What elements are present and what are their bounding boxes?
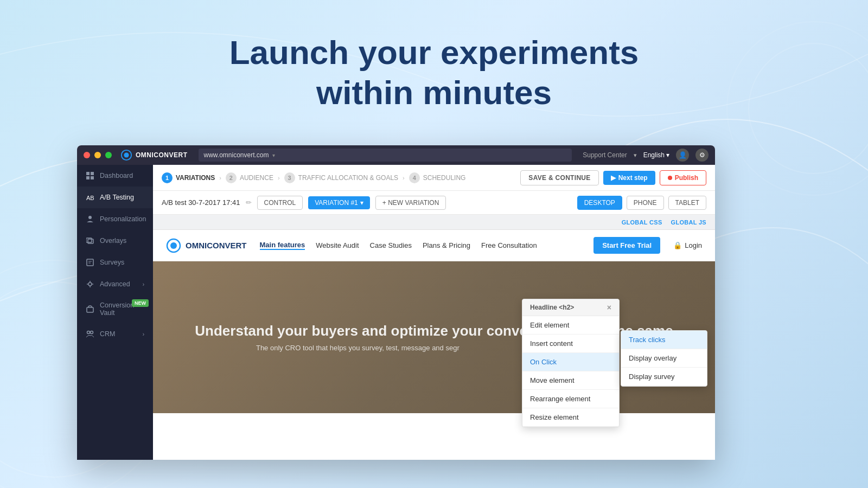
language-selector[interactable]: English ▾ (643, 151, 669, 159)
website-nav-pricing[interactable]: Plans & Pricing (423, 241, 470, 249)
wizard-step-3[interactable]: 3 TRAFFIC ALLOCATION & GOALS (284, 172, 398, 183)
context-menu-title: Headline <h2> (530, 304, 574, 311)
svg-rect-8 (86, 176, 90, 179)
language-arrow: ▾ (666, 151, 669, 159)
context-menu-insert-content[interactable]: Insert content (522, 335, 619, 353)
svg-rect-14 (87, 259, 93, 266)
hero-line2: within minutes (0, 73, 868, 113)
context-menu-resize-element[interactable]: Resize element (522, 408, 619, 427)
global-js-button[interactable]: GLOBAL JS (671, 219, 706, 226)
website-nav-consultation[interactable]: Free Consultation (481, 241, 537, 249)
url-text: www.omniconvert.com (204, 151, 269, 159)
svg-point-23 (87, 331, 90, 334)
user-avatar-button[interactable]: 👤 (676, 149, 689, 162)
advanced-chevron-icon: › (143, 281, 144, 287)
svg-rect-13 (88, 239, 93, 243)
crm-icon (86, 330, 94, 338)
website-nav-main-features[interactable]: Main features (260, 241, 305, 250)
publish-label: Publish (675, 174, 698, 182)
desktop-device-button[interactable]: DESKTOP (577, 196, 622, 210)
phone-device-button[interactable]: PHONE (627, 196, 664, 210)
wizard-step-2[interactable]: 2 AUDIENCE (226, 172, 273, 183)
svg-point-3 (727, 22, 868, 195)
context-menu-move-element[interactable]: Move element (522, 371, 619, 390)
sidebar-dashboard-label: Dashboard (100, 172, 133, 179)
wizard-steps: 1 VARIATIONS › 2 AUDIENCE › 3 TRAFFIC AL… (162, 172, 520, 183)
variation-1-label: VARIATION #1 (315, 199, 358, 207)
svg-point-2 (749, 43, 868, 174)
language-text: English (643, 151, 665, 159)
wizard-step-3-label: TRAFFIC ALLOCATION & GOALS (298, 174, 398, 182)
submenu-display-overlay[interactable]: Display overlay (621, 349, 707, 368)
svg-rect-22 (87, 307, 93, 312)
wizard-step-4-num: 4 (409, 172, 420, 183)
browser-url-bar[interactable]: www.omniconvert.com ▾ (199, 149, 572, 162)
context-menu-wrapper: Headline <h2> × Edit element Insert cont… (522, 299, 707, 427)
publish-button[interactable]: Publish (660, 170, 706, 185)
website-login-button[interactable]: 🔒 Login (673, 241, 702, 249)
crm-chevron-icon: › (143, 331, 144, 337)
wizard-step-1-label: VARIATIONS (176, 174, 215, 182)
next-step-button[interactable]: ▶ Next step (603, 171, 655, 185)
sidebar-item-crm[interactable]: CRM › (77, 323, 153, 345)
sidebar-item-personalization[interactable]: Personalization (77, 208, 153, 230)
context-menu-close-button[interactable]: × (607, 303, 611, 312)
sidebar-crm-label: CRM (100, 330, 115, 338)
browser-close-dot[interactable] (84, 152, 90, 158)
wizard-actions: SAVE & CONTINUE ▶ Next step Publish (520, 170, 706, 185)
url-dropdown-arrow[interactable]: ▾ (272, 152, 275, 158)
global-bar: GLOBAL CSS GLOBAL JS (153, 215, 715, 230)
control-button[interactable]: CONTROL (257, 196, 303, 210)
new-badge: NEW (132, 299, 149, 307)
login-label: Login (685, 241, 702, 249)
browser-brand-name: OMNICONVERT (136, 151, 188, 159)
sidebar-item-conversion-vault[interactable]: Conversion Vault NEW (77, 295, 153, 323)
dashboard-icon (86, 171, 94, 180)
context-menu-on-click[interactable]: On Click (522, 353, 619, 371)
sidebar-item-dashboard[interactable]: Dashboard (77, 165, 153, 187)
sidebar-item-overlays[interactable]: Overlays (77, 230, 153, 252)
browser-minimize-dot[interactable] (94, 152, 101, 158)
personalization-icon (86, 215, 94, 223)
wizard-step-4[interactable]: 4 SCHEDULING (409, 172, 466, 183)
context-menu: Headline <h2> × Edit element Insert cont… (522, 299, 620, 427)
global-css-button[interactable]: GLOBAL CSS (622, 219, 662, 226)
browser-window: OMNICONVERT www.omniconvert.com ▾ Suppor… (77, 145, 715, 460)
edit-test-name-icon[interactable]: ✏ (246, 198, 252, 207)
svg-point-24 (91, 331, 93, 334)
context-menu-edit-element[interactable]: Edit element (522, 316, 619, 335)
sidebar-item-advanced[interactable]: Advanced › (77, 273, 153, 295)
settings-button[interactable]: ⚙ (695, 149, 709, 162)
variation-1-button[interactable]: VARIATION #1 ▾ (308, 196, 370, 209)
wizard-step-1[interactable]: 1 VARIATIONS (162, 172, 215, 183)
browser-chrome-right: Support Center ▾ English ▾ 👤 ⚙ (583, 149, 709, 162)
website-logo-icon (166, 238, 181, 253)
support-center-link[interactable]: Support Center (583, 151, 627, 159)
browser-maximize-dot[interactable] (105, 152, 112, 158)
sidebar-ab-testing-label: A/B Testing (100, 194, 134, 201)
advanced-icon (86, 280, 94, 288)
wizard-step-4-label: SCHEDULING (423, 174, 466, 182)
website-start-trial-button[interactable]: Start Free Trial (593, 237, 660, 254)
new-variation-button[interactable]: + NEW VARIATION (375, 196, 446, 210)
tablet-device-button[interactable]: TABLET (668, 196, 706, 210)
sidebar-personalization-label: Personalization (100, 215, 146, 223)
website-nav: OMNICONVERT Main features Website Audit … (153, 230, 715, 261)
website-nav-audit[interactable]: Website Audit (316, 241, 359, 249)
sidebar-item-ab-testing[interactable]: AB A/B Testing (77, 187, 153, 208)
sidebar-item-surveys[interactable]: Surveys (77, 252, 153, 273)
submenu-track-clicks[interactable]: Track clicks (621, 331, 707, 349)
submenu-display-survey[interactable]: Display survey (621, 368, 707, 386)
wizard-step-3-num: 3 (284, 172, 295, 183)
preview-area: OMNICONVERT Main features Website Audit … (153, 230, 715, 460)
website-nav-case-studies[interactable]: Case Studies (370, 241, 412, 249)
wizard-bar: 1 VARIATIONS › 2 AUDIENCE › 3 TRAFFIC AL… (153, 165, 715, 191)
save-continue-button[interactable]: SAVE & CONTINUE (520, 170, 598, 185)
variation-dropdown-arrow: ▾ (360, 199, 363, 207)
hero-line1: Launch your experiments (0, 33, 868, 73)
context-menu-rearrange-element[interactable]: Rearrange element (522, 390, 619, 408)
variation-bar: A/B test 30-7-2017 17:41 ✏ CONTROL VARIA… (153, 191, 715, 215)
sidebar-advanced-label: Advanced (100, 280, 130, 288)
hero-subtext: The only CRO tool that helps you survey,… (195, 344, 520, 352)
svg-rect-9 (91, 176, 94, 179)
